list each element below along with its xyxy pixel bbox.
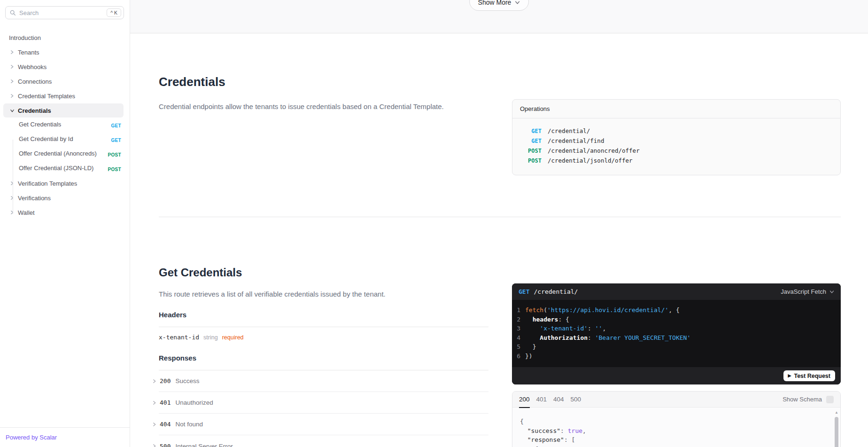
credentials-section-description: Credential endpoints allow the tenants t… (159, 102, 488, 112)
main-area: Show More Credentials Credential endpoin… (130, 0, 868, 447)
request-example-panel: GET /credential/ JavaScript Fetch 1fetch… (512, 283, 841, 384)
sidebar-item-get-credential-by-id[interactable]: Get Credential by Id GET (3, 133, 124, 147)
search-wrap: ^ K (0, 0, 130, 24)
sidebar-item-offer-credential-jsonld[interactable]: Offer Credential (JSON-LD) POST (3, 162, 124, 176)
scrollbar-up-arrow-icon[interactable]: ▲ (834, 410, 839, 415)
sidebar-item-credentials[interactable]: Credentials (3, 103, 124, 118)
chevron-right-icon (10, 94, 15, 98)
response-tab-404[interactable]: 404 (553, 392, 564, 408)
chevron-right-icon (10, 196, 15, 200)
operations-card-title: Operations (512, 100, 840, 118)
app-window: ^ K Introduction Tenants Webhooks Connec… (0, 0, 868, 447)
chevron-right-icon (10, 210, 15, 215)
responses-heading: Responses (159, 354, 488, 362)
header-param-x-tenant-id: x-tenant-id string required (159, 334, 488, 341)
request-example-header: GET /credential/ JavaScript Fetch (512, 283, 841, 300)
sidebar-item-offer-credential-anoncreds[interactable]: Offer Credential (Anoncreds) POST (3, 147, 124, 161)
get-credentials-title: Get Credentials (159, 266, 488, 280)
play-icon: ▶ (788, 374, 791, 378)
sidebar-item-verifications[interactable]: Verifications (3, 191, 124, 205)
operation-link-get-credential-find[interactable]: GET /credential/find (520, 136, 833, 146)
language-selector[interactable]: JavaScript Fetch (781, 288, 834, 295)
test-request-button[interactable]: ▶ Test Request (783, 370, 836, 381)
chevron-right-icon (152, 444, 157, 447)
response-example-panel: 200 401 404 500 Show Schema { "success":… (512, 391, 841, 447)
sidebar-nav: Introduction Tenants Webhooks Connection… (0, 24, 130, 427)
headers-rule (159, 327, 488, 327)
headers-heading: Headers (159, 311, 488, 319)
response-row-401[interactable]: 401 Unauthorized (159, 392, 488, 414)
response-row-200[interactable]: 200 Success (159, 370, 488, 392)
chevron-down-icon (10, 109, 15, 113)
search-shortcut-kbd: ^ K (107, 8, 121, 17)
top-band: Show More (130, 0, 868, 33)
search-icon (10, 10, 16, 16)
show-schema-checkbox[interactable] (826, 396, 834, 403)
response-json-block: { "success": true, "response": [ { (512, 408, 840, 447)
get-credentials-section: Get Credentials This route retrieves a l… (159, 217, 841, 447)
sidebar-item-wallet[interactable]: Wallet (3, 205, 124, 220)
operation-link-post-jsonld-offer[interactable]: POST /credential/jsonld/offer (520, 156, 833, 165)
response-tabs-row: 200 401 404 500 Show Schema (512, 392, 840, 408)
show-more-button[interactable]: Show More (469, 0, 529, 11)
response-tab-401[interactable]: 401 (536, 392, 547, 408)
request-path: /credential/ (534, 288, 578, 295)
scrollbar-thumb[interactable] (835, 417, 838, 447)
content: Credentials Credential endpoints allow t… (130, 74, 868, 447)
response-tab-200[interactable]: 200 (519, 392, 530, 408)
sidebar-item-connections[interactable]: Connections (3, 74, 124, 88)
sidebar-group-guide-line (13, 140, 13, 214)
required-badge: required (222, 334, 244, 341)
request-example-footer: ▶ Test Request (512, 367, 841, 384)
operation-link-get-credential[interactable]: GET /credential/ (520, 126, 833, 136)
request-code-block: 1fetch('https://api.hovi.id/credential/'… (512, 300, 841, 367)
sidebar-item-verification-templates[interactable]: Verification Templates (3, 176, 124, 190)
credentials-section-title: Credentials (159, 74, 488, 89)
method-badge-post: POST (108, 151, 121, 159)
search-box[interactable]: ^ K (5, 6, 124, 19)
sidebar-footer: Powered by Scalar (0, 427, 130, 447)
show-schema-toggle: Show Schema (783, 396, 834, 403)
chevron-right-icon (152, 379, 157, 384)
method-badge-get: GET (111, 136, 121, 144)
operation-link-post-anoncred-offer[interactable]: POST /credential/anoncred/offer (520, 146, 833, 156)
chevron-right-icon (10, 64, 15, 69)
response-row-500[interactable]: 500 Internal Server Error (159, 435, 488, 447)
powered-by-scalar-link[interactable]: Powered by Scalar (6, 434, 57, 441)
sidebar-item-introduction[interactable]: Introduction (3, 31, 124, 45)
chevron-right-icon (152, 400, 157, 405)
request-method: GET (519, 288, 529, 295)
chevron-right-icon (152, 422, 157, 427)
get-credentials-description: This route retrieves a list of all verif… (159, 289, 488, 299)
sidebar-item-tenants[interactable]: Tenants (3, 45, 124, 59)
sidebar-item-get-credentials[interactable]: Get Credentials GET (3, 118, 124, 132)
chevron-right-icon (10, 181, 15, 186)
sidebar: ^ K Introduction Tenants Webhooks Connec… (0, 0, 130, 447)
response-row-404[interactable]: 404 Not found (159, 414, 488, 435)
response-scrollbar: ▲ (834, 410, 839, 447)
operations-card: Operations GET /credential/ GET /credent… (512, 99, 841, 175)
chevron-down-icon (829, 290, 834, 294)
credentials-section: Credentials Credential endpoints allow t… (159, 74, 841, 175)
search-input[interactable] (19, 9, 107, 16)
sidebar-item-credential-templates[interactable]: Credential Templates (3, 89, 124, 103)
sidebar-item-webhooks[interactable]: Webhooks (3, 60, 124, 74)
response-tab-500[interactable]: 500 (571, 392, 581, 408)
chevron-right-icon (10, 50, 15, 55)
method-badge-get: GET (111, 122, 121, 130)
chevron-down-icon (515, 0, 520, 5)
chevron-right-icon (10, 79, 15, 84)
method-badge-post: POST (108, 165, 121, 173)
